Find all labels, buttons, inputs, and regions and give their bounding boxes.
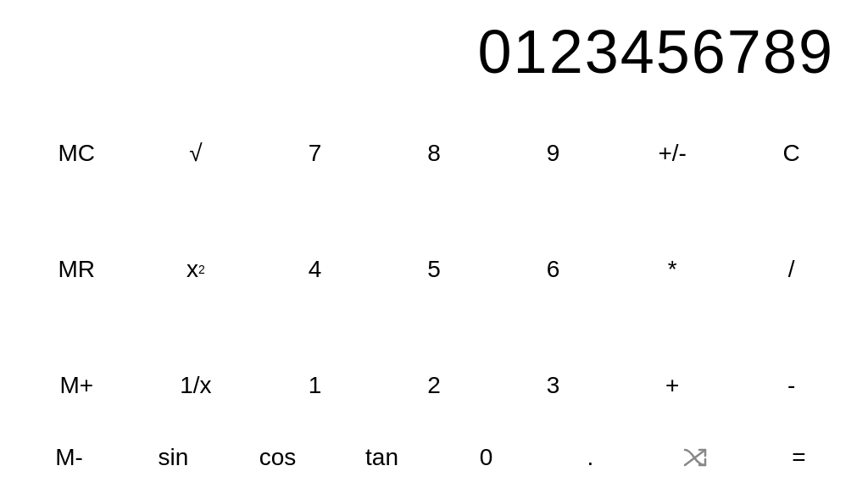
three-button[interactable]: 3	[493, 328, 613, 444]
reciprocal-button[interactable]: 1/x	[136, 328, 256, 444]
mminus-button[interactable]: M-	[17, 444, 121, 471]
sqrt-button[interactable]: √	[136, 95, 256, 211]
calculator: 0123456789 MC√789+/-CMRx2456*/M+1/x123+-…	[0, 0, 868, 488]
sin-button[interactable]: sin	[121, 444, 225, 471]
five-button[interactable]: 5	[375, 211, 494, 327]
last-row: M-sincostan0. =	[17, 444, 851, 471]
multiply-button[interactable]: *	[613, 211, 732, 327]
tan-button[interactable]: tan	[330, 444, 434, 471]
four-button[interactable]: 4	[255, 211, 375, 327]
mr-button[interactable]: MR	[17, 211, 136, 327]
plusminus-button[interactable]: +/-	[613, 95, 732, 211]
plus-button[interactable]: +	[613, 328, 732, 444]
mplus-button[interactable]: M+	[17, 328, 136, 444]
eight-button[interactable]: 8	[375, 95, 494, 211]
decimal-button[interactable]: .	[538, 444, 643, 471]
equals-button[interactable]: =	[747, 444, 851, 471]
square-button[interactable]: x2	[136, 211, 256, 327]
buttons-grid: MC√789+/-CMRx2456*/M+1/x123+-M-sincostan…	[0, 95, 868, 488]
seven-button[interactable]: 7	[255, 95, 375, 211]
two-button[interactable]: 2	[375, 328, 494, 444]
clear-button[interactable]: C	[732, 95, 851, 211]
zero-button[interactable]: 0	[434, 444, 538, 471]
display-area: 0123456789	[0, 0, 868, 95]
shuffle-button[interactable]	[643, 447, 747, 468]
six-button[interactable]: 6	[493, 211, 613, 327]
cos-button[interactable]: cos	[225, 444, 330, 471]
display-value: 0123456789	[478, 17, 834, 86]
minus-button[interactable]: -	[732, 328, 851, 444]
nine-button[interactable]: 9	[493, 95, 613, 211]
one-button[interactable]: 1	[255, 328, 375, 444]
divide-button[interactable]: /	[732, 211, 851, 327]
mc-button[interactable]: MC	[17, 95, 136, 211]
